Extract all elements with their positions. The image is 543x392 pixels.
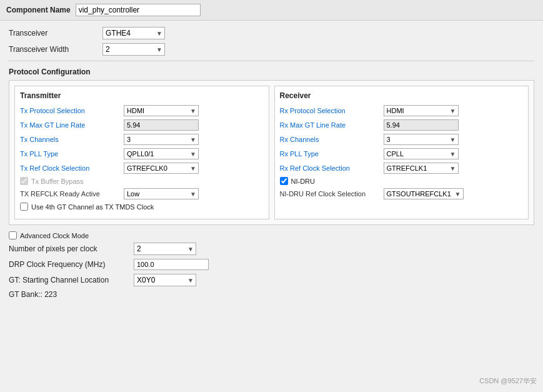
- pixels-per-clock-select[interactable]: 1 2 4: [134, 243, 196, 255]
- ni-dru-ref-clk-label: NI-DRU Ref Clock Selection: [280, 190, 380, 198]
- tx-protocol-row: Tx Protocol Selection HDMI DisplayPort S…: [20, 105, 264, 116]
- header-row: Component Name: [0, 0, 543, 21]
- advanced-clock-mode-checkbox[interactable]: [9, 231, 17, 239]
- component-name-input[interactable]: [76, 4, 201, 16]
- tx-ref-clk-select-wrapper: GTREFCLK0 GTREFCLK1 ▼: [124, 163, 199, 174]
- rx-protocol-select-wrapper: HDMI DisplayPort SDI ▼: [384, 105, 459, 116]
- advanced-clock-mode-row: Advanced Clock Mode: [9, 231, 534, 239]
- tx-max-gt-row: Tx Max GT Line Rate: [20, 119, 264, 131]
- advanced-clock-mode-label: Advanced Clock Mode: [20, 232, 89, 239]
- rx-channels-select[interactable]: 1 2 3 4: [384, 134, 459, 145]
- tx-max-gt-label: Tx Max GT Line Rate: [20, 121, 120, 129]
- rx-max-gt-label: Rx Max GT Line Rate: [280, 121, 380, 129]
- rx-protocol-row: Rx Protocol Selection HDMI DisplayPort S…: [280, 105, 524, 116]
- rx-ref-clk-select[interactable]: GTREFCLK0 GTREFCLK1: [384, 163, 459, 174]
- rx-ref-clk-select-wrapper: GTREFCLK0 GTREFCLK1 ▼: [384, 163, 459, 174]
- pixels-per-clock-row: Number of pixels per clock 1 2 4 ▼: [9, 243, 534, 255]
- pixels-per-clock-select-wrapper: 1 2 4 ▼: [134, 243, 196, 255]
- rx-channels-label: Rx Channels: [280, 136, 380, 143]
- transceiver-select-wrapper: GTHE4 GTHE3 GTYE4 ▼: [102, 27, 165, 39]
- rx-protocol-label: Rx Protocol Selection: [280, 107, 380, 114]
- transmitter-column: Transmitter Tx Protocol Selection HDMI D…: [14, 86, 269, 219]
- divider-1: [9, 61, 534, 61]
- gt-starting-channel-select-wrapper: X0Y0 X0Y4 X0Y8 ▼: [134, 274, 196, 286]
- watermark: CSDN @9527华安: [479, 376, 537, 386]
- tx-ref-clk-label: Tx Ref Clock Selection: [20, 164, 120, 172]
- receiver-column: Receiver Rx Protocol Selection HDMI Disp…: [274, 86, 529, 219]
- tx-ref-clk-row: Tx Ref Clock Selection GTREFCLK0 GTREFCL…: [20, 163, 264, 174]
- gt-starting-channel-row: GT: Starting Channel Location X0Y0 X0Y4 …: [9, 274, 534, 286]
- rx-channels-select-wrapper: 1 2 3 4 ▼: [384, 134, 459, 145]
- tx-channels-select[interactable]: 1 2 3 4: [124, 134, 199, 145]
- component-name-label: Component Name: [6, 6, 71, 14]
- use-4th-gt-label: Use 4th GT Channel as TX TMDS Clock: [31, 203, 154, 211]
- transceiver-label: Transceiver: [9, 29, 96, 38]
- ni-dru-ref-clk-row: NI-DRU Ref Clock Selection GTSOUTHREFCLK…: [280, 188, 524, 199]
- tx-pll-row: Tx PLL Type QPLL0/1 CPLL ▼: [20, 148, 264, 159]
- use-4th-gt-checkbox[interactable]: [20, 203, 28, 211]
- main-container: Component Name Transceiver GTHE4 GTHE3 G…: [0, 0, 543, 392]
- drp-clock-label: DRP Clock Frequency (MHz): [9, 260, 127, 269]
- ni-dru-row: NI-DRU: [280, 177, 524, 185]
- receiver-title: Receiver: [280, 91, 524, 101]
- transmitter-title: Transmitter: [20, 91, 264, 101]
- protocol-box: Transmitter Tx Protocol Selection HDMI D…: [9, 80, 534, 225]
- protocol-config-title: Protocol Configuration: [9, 68, 534, 76]
- tx-buffer-bypass-row: Tx Buffer Bypass: [20, 177, 264, 185]
- transceiver-width-select-wrapper: 2 4 ▼: [102, 43, 165, 56]
- tx-protocol-label: Tx Protocol Selection: [20, 107, 120, 114]
- ni-dru-checkbox[interactable]: [280, 177, 288, 185]
- rx-pll-row: Rx PLL Type CPLL QPLL0/1 ▼: [280, 148, 524, 159]
- tx-pll-select-wrapper: QPLL0/1 CPLL ▼: [124, 148, 199, 159]
- tx-refclk-ready-select-wrapper: Low High ▼: [124, 188, 199, 199]
- rx-channels-row: Rx Channels 1 2 3 4 ▼: [280, 134, 524, 145]
- gt-bank-label: GT Bank:: 223: [9, 290, 57, 299]
- rx-protocol-select[interactable]: HDMI DisplayPort SDI: [384, 105, 459, 116]
- rx-pll-select-wrapper: CPLL QPLL0/1 ▼: [384, 148, 459, 159]
- tx-refclk-ready-select[interactable]: Low High: [124, 188, 199, 199]
- transceiver-width-label: Transceiver Width: [9, 45, 96, 54]
- gt-starting-channel-select[interactable]: X0Y0 X0Y4 X0Y8: [134, 274, 196, 286]
- gt-bank-row: GT Bank:: 223: [9, 290, 534, 299]
- tx-channels-select-wrapper: 1 2 3 4 ▼: [124, 134, 199, 145]
- gt-starting-channel-label: GT: Starting Channel Location: [9, 276, 127, 284]
- ni-dru-ref-clk-select[interactable]: GTSOUTHREFCLK1 GTREFCLK0 GTREFCLK1: [384, 188, 464, 199]
- rx-ref-clk-label: Rx Ref Clock Selection: [280, 164, 380, 172]
- transceiver-width-row: Transceiver Width 2 4 ▼: [9, 43, 534, 56]
- tx-refclk-ready-label: TX REFCLK Ready Active: [20, 190, 120, 198]
- tx-protocol-select[interactable]: HDMI DisplayPort SDI: [124, 105, 199, 116]
- rx-ref-clk-row: Rx Ref Clock Selection GTREFCLK0 GTREFCL…: [280, 163, 524, 174]
- rx-max-gt-input[interactable]: [384, 119, 459, 131]
- transceiver-row: Transceiver GTHE4 GTHE3 GTYE4 ▼: [9, 27, 534, 39]
- rx-pll-label: Rx PLL Type: [280, 150, 380, 158]
- protocol-columns: Transmitter Tx Protocol Selection HDMI D…: [14, 86, 529, 219]
- content-area: Transceiver GTHE4 GTHE3 GTYE4 ▼ Transcei…: [0, 21, 543, 305]
- ni-dru-ref-clk-select-wrapper: GTSOUTHREFCLK1 GTREFCLK0 GTREFCLK1 ▼: [384, 188, 464, 199]
- use-4th-gt-row: Use 4th GT Channel as TX TMDS Clock: [20, 203, 264, 211]
- transceiver-select[interactable]: GTHE4 GTHE3 GTYE4: [102, 27, 165, 39]
- drp-clock-row: DRP Clock Frequency (MHz): [9, 259, 534, 270]
- drp-clock-input[interactable]: [134, 259, 209, 270]
- tx-channels-row: Tx Channels 1 2 3 4 ▼: [20, 134, 264, 145]
- pixels-per-clock-label: Number of pixels per clock: [9, 244, 127, 253]
- rx-pll-select[interactable]: CPLL QPLL0/1: [384, 148, 459, 159]
- rx-max-gt-row: Rx Max GT Line Rate: [280, 119, 524, 131]
- tx-buffer-bypass-checkbox[interactable]: [20, 177, 28, 185]
- tx-pll-label: Tx PLL Type: [20, 150, 120, 158]
- transceiver-width-select[interactable]: 2 4: [102, 43, 165, 56]
- tx-pll-select[interactable]: QPLL0/1 CPLL: [124, 148, 199, 159]
- tx-max-gt-input[interactable]: [124, 119, 199, 131]
- tx-refclk-ready-row: TX REFCLK Ready Active Low High ▼: [20, 188, 264, 199]
- tx-protocol-select-wrapper: HDMI DisplayPort SDI ▼: [124, 105, 199, 116]
- tx-channels-label: Tx Channels: [20, 136, 120, 143]
- tx-buffer-bypass-label: Tx Buffer Bypass: [31, 178, 84, 185]
- ni-dru-label: NI-DRU: [291, 178, 316, 185]
- tx-ref-clk-select[interactable]: GTREFCLK0 GTREFCLK1: [124, 163, 199, 174]
